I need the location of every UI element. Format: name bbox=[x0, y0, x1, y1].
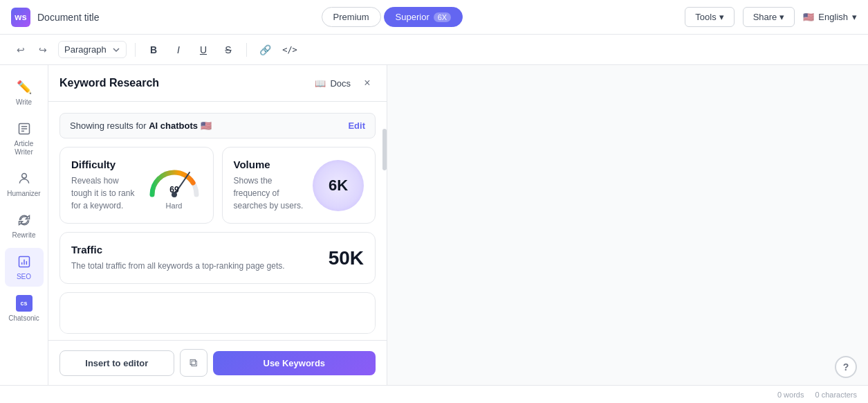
premium-button[interactable]: Premium bbox=[322, 7, 381, 27]
traffic-desc: The total traffic from all keywords a to… bbox=[71, 260, 320, 272]
article-writer-icon bbox=[16, 120, 33, 137]
tools-chevron-icon: ▾ bbox=[719, 12, 724, 22]
sidebar-item-rewrite-label: Rewrite bbox=[12, 231, 36, 240]
strikethrough-button[interactable]: S bbox=[219, 40, 238, 60]
volume-circle-container: 6K bbox=[313, 160, 364, 211]
toolbar-left: ↩ ↪ Paragraph B I U S 🔗 </> bbox=[11, 40, 299, 60]
undo-button[interactable]: ↩ bbox=[11, 40, 30, 60]
results-bar: Showing results for AI chatbots 🇺🇸 Edit bbox=[59, 113, 376, 138]
tools-button[interactable]: Tools ▾ bbox=[685, 7, 734, 27]
sidebar: ✏️ Write Article Writer Humanizer bbox=[0, 65, 48, 385]
use-keywords-button[interactable]: Use Keywords bbox=[213, 351, 376, 375]
traffic-value: 50K bbox=[329, 247, 364, 269]
book-icon: 📖 bbox=[315, 78, 326, 89]
volume-card-info: Volume Shows the frequency of searches b… bbox=[234, 159, 305, 212]
traffic-card: Traffic The total traffic from all keywo… bbox=[59, 232, 376, 284]
language-label: English bbox=[818, 12, 848, 22]
sidebar-item-write[interactable]: ✏️ Write bbox=[5, 73, 44, 112]
difficulty-card-info: Difficulty Reveals how tough it is to ra… bbox=[71, 159, 138, 212]
humanizer-icon bbox=[16, 170, 33, 187]
svg-text:69: 69 bbox=[169, 185, 179, 195]
bold-button[interactable]: B bbox=[144, 40, 163, 60]
paragraph-style-select[interactable]: Paragraph bbox=[58, 41, 127, 58]
link-button[interactable]: 🔗 bbox=[255, 40, 275, 60]
undo-redo-group: ↩ ↪ bbox=[11, 40, 53, 60]
superior-label: Superior bbox=[396, 12, 430, 22]
share-label: Share bbox=[753, 12, 777, 22]
close-panel-button[interactable]: × bbox=[359, 75, 376, 91]
traffic-label: Traffic bbox=[71, 244, 320, 256]
edit-keyword-button[interactable]: Edit bbox=[348, 120, 365, 131]
difficulty-card: Difficulty Reveals how tough it is to ra… bbox=[59, 147, 214, 224]
sidebar-item-seo-label: SEO bbox=[17, 273, 31, 281]
flag-icon: 🇺🇸 bbox=[803, 12, 814, 22]
volume-desc: Shows the frequency of searches by users… bbox=[234, 174, 305, 212]
char-count: 0 characters bbox=[815, 391, 857, 399]
top-bar-left: ws Document title bbox=[11, 8, 99, 27]
cards-grid: Difficulty Reveals how tough it is to ra… bbox=[59, 147, 376, 334]
editor-area: Keyword Research 📖 Docs × Showing result… bbox=[48, 65, 868, 385]
share-button[interactable]: Share ▾ bbox=[743, 7, 795, 27]
difficulty-desc: Reveals how tough it is to rank for a ke… bbox=[71, 174, 138, 212]
scroll-track bbox=[382, 65, 387, 385]
keyword-research-panel: Keyword Research 📖 Docs × Showing result… bbox=[48, 65, 387, 385]
difficulty-gauge: 69 Hard bbox=[147, 161, 202, 210]
partial-blur bbox=[60, 312, 375, 333]
panel-content: Showing results for AI chatbots 🇺🇸 Edit … bbox=[48, 102, 387, 340]
toolbar-divider bbox=[135, 43, 136, 57]
sidebar-item-chatsonic-label: Chatsonic bbox=[8, 314, 39, 323]
traffic-value-container: 50K bbox=[329, 247, 364, 269]
superior-badge: 6X bbox=[434, 12, 451, 22]
docs-button[interactable]: 📖 Docs bbox=[315, 78, 351, 89]
rewrite-icon bbox=[16, 212, 33, 229]
sidebar-item-rewrite[interactable]: Rewrite bbox=[5, 206, 44, 245]
panel-footer: Insert to editor ⧉ Use Keywords bbox=[48, 340, 387, 385]
sidebar-item-humanizer[interactable]: Humanizer bbox=[5, 165, 44, 204]
chatsonic-icon: cs bbox=[16, 295, 33, 312]
italic-button[interactable]: I bbox=[169, 40, 188, 60]
top-bar: ws Document title Premium Superior 6X To… bbox=[0, 0, 868, 35]
volume-value: 6K bbox=[313, 160, 364, 211]
sidebar-item-seo[interactable]: SEO bbox=[5, 248, 44, 287]
svg-point-4 bbox=[21, 174, 26, 179]
lang-chevron-icon: ▾ bbox=[852, 12, 857, 22]
difficulty-gauge-container: 69 Hard bbox=[147, 161, 202, 210]
top-bar-right: Tools ▾ Share ▾ 🇺🇸 English ▾ bbox=[685, 7, 857, 27]
panel-title: Keyword Research bbox=[59, 77, 159, 89]
code-button[interactable]: </> bbox=[280, 40, 299, 60]
traffic-card-info: Traffic The total traffic from all keywo… bbox=[71, 244, 320, 272]
difficulty-label: Difficulty bbox=[71, 159, 138, 170]
sidebar-item-article-writer-label: Article Writer bbox=[9, 140, 39, 156]
redo-button[interactable]: ↪ bbox=[33, 40, 53, 60]
superior-button[interactable]: Superior 6X bbox=[384, 7, 463, 27]
panel-header: Keyword Research 📖 Docs × bbox=[48, 65, 387, 102]
seo-icon bbox=[16, 253, 33, 270]
partial-card bbox=[59, 292, 376, 334]
sidebar-item-write-label: Write bbox=[16, 98, 32, 107]
share-chevron-icon: ▾ bbox=[779, 12, 784, 22]
toolbar-divider-2 bbox=[246, 43, 247, 57]
status-bar: 0 words 0 characters bbox=[0, 385, 868, 403]
gauge-svg: 69 bbox=[147, 161, 202, 199]
sidebar-item-chatsonic[interactable]: cs Chatsonic bbox=[5, 289, 44, 328]
difficulty-sublabel: Hard bbox=[166, 202, 183, 210]
keyword-flag-icon: 🇺🇸 bbox=[201, 120, 212, 131]
scroll-thumb[interactable] bbox=[382, 129, 387, 170]
volume-card: Volume Shows the frequency of searches b… bbox=[222, 147, 376, 224]
app-logo: ws bbox=[11, 8, 30, 27]
language-selector[interactable]: 🇺🇸 English ▾ bbox=[803, 12, 857, 22]
sidebar-item-humanizer-label: Humanizer bbox=[7, 190, 40, 198]
insert-to-editor-button[interactable]: Insert to editor bbox=[59, 350, 174, 376]
doc-title: Document title bbox=[37, 12, 99, 23]
underline-button[interactable]: U bbox=[194, 40, 213, 60]
docs-label: Docs bbox=[330, 78, 351, 89]
word-count: 0 words bbox=[777, 391, 804, 399]
plan-switcher: Premium Superior 6X bbox=[322, 7, 463, 27]
write-icon: ✏️ bbox=[16, 79, 33, 96]
keyword-text: AI chatbots bbox=[149, 120, 198, 131]
panel-header-right: 📖 Docs × bbox=[315, 75, 376, 91]
help-button[interactable]: ? bbox=[835, 356, 857, 378]
sidebar-item-article-writer[interactable]: Article Writer bbox=[5, 115, 44, 162]
toolbar: ↩ ↪ Paragraph B I U S 🔗 </> bbox=[0, 35, 868, 65]
copy-button[interactable]: ⧉ bbox=[180, 349, 207, 377]
